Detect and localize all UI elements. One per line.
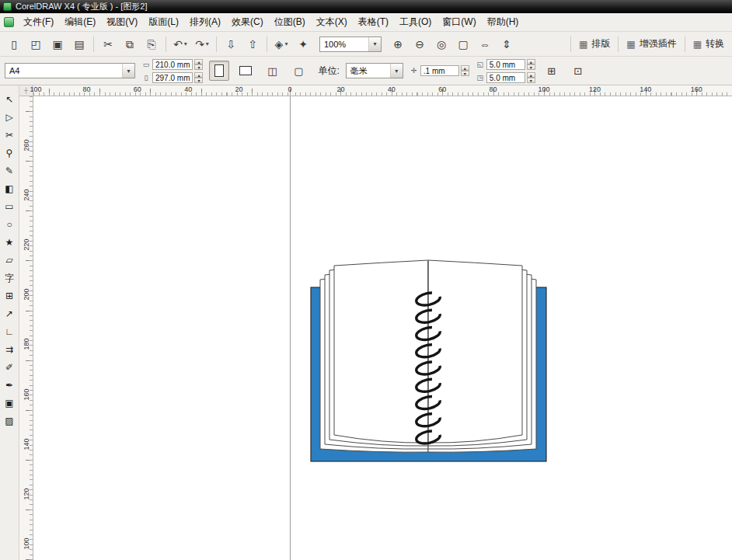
notebook-drawing[interactable] [305, 252, 553, 469]
chevron-down-icon[interactable]: ▾ [122, 64, 134, 78]
duplicate-x-spinner[interactable]: ▴▾ [527, 59, 535, 70]
menu-item-text[interactable]: 文本(X) [311, 13, 353, 31]
shape-tool[interactable]: ▷ [2, 110, 18, 125]
vertical-ruler[interactable]: 260240220200180160140120100 [19, 96, 33, 560]
copy-button[interactable]: ⧉ [119, 35, 141, 54]
import-button[interactable]: ⇩ [220, 35, 242, 54]
zoom-selected-icon: ◎ [437, 39, 446, 50]
eyedropper-tool[interactable]: ✐ [2, 360, 18, 375]
application-launcher-icon: ◈ [275, 39, 284, 50]
crop-tool[interactable]: ✂ [2, 127, 18, 143]
menu-item-help[interactable]: 帮助(H) [482, 13, 525, 31]
cut-button[interactable]: ✂ [97, 35, 119, 54]
duplicate-x-field[interactable]: 5.0 mm [486, 59, 525, 70]
polygon-tool[interactable]: ★ [2, 235, 18, 250]
menu-bar: 文件(F)编辑(E)视图(V)版面(L)排列(A)效果(C)位图(B)文本(X)… [0, 13, 732, 32]
zoom-selected-button[interactable]: ◎ [430, 35, 452, 54]
zoom-all-objects-button[interactable]: ▢ [452, 35, 474, 54]
landscape-orientation-button[interactable] [235, 61, 256, 81]
menu-item-view[interactable]: 视图(V) [101, 13, 143, 31]
text-tool[interactable]: 字 [2, 270, 18, 286]
paper-width-spinner[interactable]: ▴▾ [194, 59, 203, 70]
page-size-combo[interactable]: A4 ▾ [5, 63, 135, 78]
save-button[interactable]: ▣ [47, 35, 68, 54]
new-document-button[interactable]: ▯ [3, 35, 25, 54]
menu-item-window[interactable]: 窗口(W) [437, 13, 481, 31]
zoom-tool[interactable]: ⚲ [2, 145, 18, 161]
menu-item-bitmaps[interactable]: 位图(B) [269, 13, 311, 31]
basic-shapes-tool[interactable]: ▱ [2, 252, 18, 268]
convert-label: 转换 [706, 37, 724, 50]
dimension-tool[interactable]: ↗ [2, 306, 18, 322]
typesetting-button[interactable]: ▦排版 [574, 35, 615, 54]
nudge-offset-field[interactable]: .1 mm [420, 65, 459, 76]
horizontal-ruler[interactable]: 10080604020020406080100120140160 [33, 85, 732, 96]
horizontal-ruler-label: 20 [333, 85, 348, 93]
menu-item-tools[interactable]: 工具(O) [394, 13, 437, 31]
vertical-ruler-label: 120 [23, 487, 30, 501]
menu-item-edit[interactable]: 编辑(E) [59, 13, 101, 31]
paper-height-field[interactable]: 297.0 mm [152, 72, 193, 83]
paper-dimensions: ▭ 210.0 mm ▴▾ ▯ 297.0 mm ▴▾ [141, 58, 203, 84]
duplicate-y-spinner[interactable]: ▴▾ [527, 72, 535, 83]
options-button[interactable]: ⊡ [568, 61, 588, 81]
current-page-layout-button[interactable]: ▢ [288, 61, 308, 81]
spin-down-icon[interactable]: ▾ [194, 78, 203, 83]
spin-down-icon[interactable]: ▾ [194, 64, 203, 70]
snap-settings-button[interactable]: ⊞ [542, 61, 562, 81]
duplicate-y-field[interactable]: 5.0 mm [486, 72, 525, 83]
spin-up-icon[interactable]: ▴ [461, 65, 469, 71]
spin-up-icon[interactable]: ▴ [194, 59, 203, 64]
zoom-page-height-button[interactable]: ⇕ [496, 35, 518, 54]
portrait-orientation-button[interactable] [209, 61, 229, 81]
smart-fill-tool[interactable]: ◧ [2, 181, 18, 197]
menu-item-arrange[interactable]: 排列(A) [184, 13, 226, 31]
menu-item-effects[interactable]: 效果(C) [226, 13, 269, 31]
freehand-tool[interactable]: ✎ [2, 163, 18, 179]
welcome-screen-button[interactable]: ✦ [292, 35, 314, 54]
units-combo[interactable]: 毫米 ▾ [346, 63, 403, 78]
spin-down-icon[interactable]: ▾ [527, 78, 535, 83]
export-button[interactable]: ⇧ [242, 35, 263, 54]
spin-up-icon[interactable]: ▴ [194, 72, 203, 78]
table-tool[interactable]: ⊞ [2, 288, 18, 304]
spin-down-icon[interactable]: ▾ [527, 64, 535, 70]
menu-item-table[interactable]: 表格(T) [353, 13, 394, 31]
connector-tool[interactable]: ∟ [2, 324, 18, 339]
horizontal-ruler-label: 140 [638, 85, 654, 93]
enhancement-plugins-button[interactable]: ▦增强插件 [622, 35, 681, 54]
undo-button[interactable]: ↶▾ [169, 35, 191, 54]
chevron-down-icon[interactable]: ▾ [368, 37, 381, 51]
ellipse-tool[interactable]: ○ [2, 217, 18, 232]
zoom-page-width-button[interactable]: ⇔ [474, 35, 496, 54]
paper-width-row: ▭ 210.0 mm ▴▾ [141, 58, 203, 71]
new-document-icon: ▯ [11, 39, 17, 50]
zoom-out-button[interactable]: ⊖ [409, 35, 430, 54]
pick-tool[interactable]: ↖ [2, 92, 18, 107]
spin-up-icon[interactable]: ▴ [527, 72, 535, 78]
spin-up-icon[interactable]: ▴ [527, 59, 535, 64]
drawing-canvas[interactable] [33, 96, 732, 560]
zoom-level-combo[interactable]: 100% ▾ [319, 37, 382, 52]
spin-down-icon[interactable]: ▾ [461, 71, 469, 76]
convert-button[interactable]: ▦转换 [688, 35, 729, 54]
zoom-in-button[interactable]: ⊕ [387, 35, 409, 54]
paste-button[interactable]: ⎘ [141, 35, 162, 54]
interactive-fill-tool[interactable]: ▨ [2, 413, 18, 429]
redo-button[interactable]: ↷▾ [191, 35, 213, 54]
fill-tool[interactable]: ▣ [2, 395, 18, 411]
rectangle-tool[interactable]: ▭ [2, 199, 18, 214]
menu-item-file[interactable]: 文件(F) [18, 13, 59, 31]
text-icon: 字 [5, 272, 14, 285]
all-pages-layout-button[interactable]: ◫ [262, 61, 282, 81]
paper-height-spinner[interactable]: ▴▾ [194, 72, 203, 83]
chevron-down-icon[interactable]: ▾ [390, 64, 403, 78]
interactive-blend-tool[interactable]: ⇉ [2, 342, 18, 357]
outline-pen-tool[interactable]: ✒ [2, 377, 18, 393]
nudge-offset-spinner[interactable]: ▴▾ [461, 65, 469, 76]
paper-width-field[interactable]: 210.0 mm [152, 59, 193, 70]
open-button[interactable]: ◰ [25, 35, 47, 54]
menu-item-layout[interactable]: 版面(L) [143, 13, 184, 31]
application-launcher-button[interactable]: ◈▾ [270, 35, 292, 54]
print-button[interactable]: ▤ [68, 35, 90, 54]
